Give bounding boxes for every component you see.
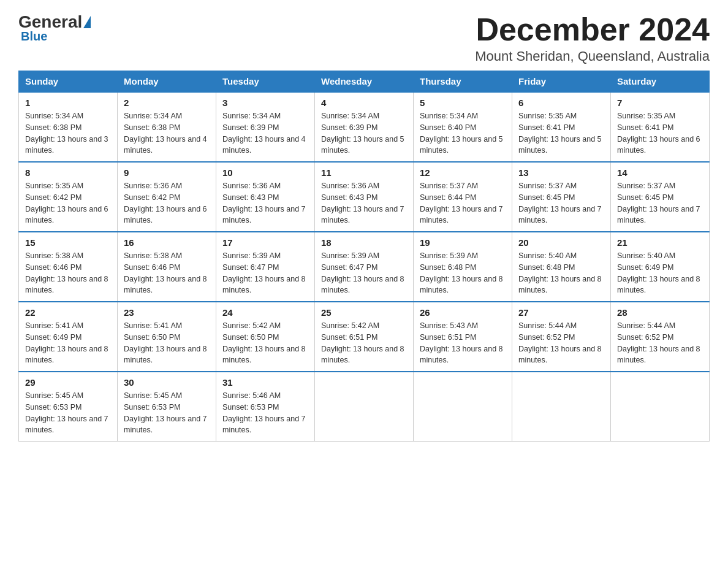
calendar-cell [315,372,414,442]
day-info: Sunrise: 5:38 AMSunset: 6:46 PMDaylight:… [124,250,210,296]
day-number: 24 [222,307,308,318]
calendar-cell [414,372,512,442]
day-info: Sunrise: 5:46 AMSunset: 6:53 PMDaylight:… [222,390,308,436]
weekday-header-tuesday: Tuesday [216,71,315,93]
calendar-cell [512,372,611,442]
day-number: 25 [321,307,407,318]
day-info: Sunrise: 5:35 AMSunset: 6:42 PMDaylight:… [25,180,111,226]
day-number: 31 [222,377,308,388]
title-area: December 2024 Mount Sheridan, Queensland… [475,12,710,64]
day-number: 30 [124,377,210,388]
day-number: 23 [124,307,210,318]
day-number: 6 [518,98,604,108]
week-row-5: 29 Sunrise: 5:45 AMSunset: 6:53 PMDaylig… [19,372,710,442]
day-number: 4 [321,98,407,108]
weekday-header-row: SundayMondayTuesdayWednesdayThursdayFrid… [19,71,710,93]
day-info: Sunrise: 5:44 AMSunset: 6:52 PMDaylight:… [518,320,604,366]
calendar-cell: 30 Sunrise: 5:45 AMSunset: 6:53 PMDaylig… [118,372,216,442]
page-header: General Blue December 2024 Mount Sherida… [18,12,710,64]
day-info: Sunrise: 5:45 AMSunset: 6:53 PMDaylight:… [124,390,210,436]
day-info: Sunrise: 5:39 AMSunset: 6:47 PMDaylight:… [222,250,308,296]
calendar-cell: 25 Sunrise: 5:42 AMSunset: 6:51 PMDaylig… [315,302,414,372]
day-info: Sunrise: 5:44 AMSunset: 6:52 PMDaylight:… [617,320,703,366]
calendar-cell: 27 Sunrise: 5:44 AMSunset: 6:52 PMDaylig… [512,302,611,372]
weekday-header-monday: Monday [118,71,216,93]
day-info: Sunrise: 5:34 AMSunset: 6:38 PMDaylight:… [124,110,210,156]
week-row-2: 8 Sunrise: 5:35 AMSunset: 6:42 PMDayligh… [19,162,710,232]
day-number: 3 [222,98,308,108]
location-title: Mount Sheridan, Queensland, Australia [475,48,710,64]
calendar-cell: 16 Sunrise: 5:38 AMSunset: 6:46 PMDaylig… [118,232,216,302]
day-info: Sunrise: 5:42 AMSunset: 6:50 PMDaylight:… [222,320,308,366]
day-info: Sunrise: 5:34 AMSunset: 6:38 PMDaylight:… [25,110,111,156]
day-number: 16 [124,237,210,248]
logo-triangle-icon [83,16,91,28]
calendar-cell: 23 Sunrise: 5:41 AMSunset: 6:50 PMDaylig… [118,302,216,372]
calendar-cell: 28 Sunrise: 5:44 AMSunset: 6:52 PMDaylig… [611,302,710,372]
day-info: Sunrise: 5:37 AMSunset: 6:44 PMDaylight:… [420,180,506,226]
calendar-cell: 29 Sunrise: 5:45 AMSunset: 6:53 PMDaylig… [19,372,118,442]
day-info: Sunrise: 5:40 AMSunset: 6:49 PMDaylight:… [617,250,703,296]
logo-blue-text: Blue [18,29,47,44]
day-info: Sunrise: 5:36 AMSunset: 6:43 PMDaylight:… [321,180,407,226]
day-number: 13 [518,167,604,178]
day-info: Sunrise: 5:34 AMSunset: 6:39 PMDaylight:… [321,110,407,156]
weekday-header-thursday: Thursday [414,71,512,93]
calendar-cell: 4 Sunrise: 5:34 AMSunset: 6:39 PMDayligh… [315,92,414,162]
day-number: 19 [420,237,506,248]
calendar-cell: 11 Sunrise: 5:36 AMSunset: 6:43 PMDaylig… [315,162,414,232]
day-number: 14 [617,167,703,178]
day-number: 8 [25,167,111,178]
weekday-header-friday: Friday [512,71,611,93]
calendar-cell: 7 Sunrise: 5:35 AMSunset: 6:41 PMDayligh… [611,92,710,162]
day-number: 18 [321,237,407,248]
day-number: 20 [518,237,604,248]
day-info: Sunrise: 5:37 AMSunset: 6:45 PMDaylight:… [617,180,703,226]
calendar-cell: 17 Sunrise: 5:39 AMSunset: 6:47 PMDaylig… [216,232,315,302]
day-number: 11 [321,167,407,178]
week-row-1: 1 Sunrise: 5:34 AMSunset: 6:38 PMDayligh… [19,92,710,162]
day-info: Sunrise: 5:35 AMSunset: 6:41 PMDaylight:… [617,110,703,156]
calendar-cell: 10 Sunrise: 5:36 AMSunset: 6:43 PMDaylig… [216,162,315,232]
calendar-cell: 19 Sunrise: 5:39 AMSunset: 6:48 PMDaylig… [414,232,512,302]
day-info: Sunrise: 5:39 AMSunset: 6:48 PMDaylight:… [420,250,506,296]
day-number: 22 [25,307,111,318]
calendar-cell: 6 Sunrise: 5:35 AMSunset: 6:41 PMDayligh… [512,92,611,162]
calendar-cell: 31 Sunrise: 5:46 AMSunset: 6:53 PMDaylig… [216,372,315,442]
day-info: Sunrise: 5:45 AMSunset: 6:53 PMDaylight:… [25,390,111,436]
calendar-cell [611,372,710,442]
day-info: Sunrise: 5:40 AMSunset: 6:48 PMDaylight:… [518,250,604,296]
day-number: 29 [25,377,111,388]
calendar-cell: 26 Sunrise: 5:43 AMSunset: 6:51 PMDaylig… [414,302,512,372]
day-number: 15 [25,237,111,248]
day-number: 7 [617,98,703,108]
weekday-header-saturday: Saturday [611,71,710,93]
day-info: Sunrise: 5:35 AMSunset: 6:41 PMDaylight:… [518,110,604,156]
day-number: 27 [518,307,604,318]
calendar-cell: 18 Sunrise: 5:39 AMSunset: 6:47 PMDaylig… [315,232,414,302]
day-number: 2 [124,98,210,108]
day-number: 5 [420,98,506,108]
calendar-cell: 24 Sunrise: 5:42 AMSunset: 6:50 PMDaylig… [216,302,315,372]
calendar-cell: 2 Sunrise: 5:34 AMSunset: 6:38 PMDayligh… [118,92,216,162]
day-number: 9 [124,167,210,178]
logo: General Blue [18,12,92,44]
day-info: Sunrise: 5:37 AMSunset: 6:45 PMDaylight:… [518,180,604,226]
month-title: December 2024 [475,12,710,47]
day-info: Sunrise: 5:36 AMSunset: 6:43 PMDaylight:… [222,180,308,226]
calendar-cell: 9 Sunrise: 5:36 AMSunset: 6:42 PMDayligh… [118,162,216,232]
day-info: Sunrise: 5:34 AMSunset: 6:39 PMDaylight:… [222,110,308,156]
calendar-cell: 13 Sunrise: 5:37 AMSunset: 6:45 PMDaylig… [512,162,611,232]
calendar-cell: 1 Sunrise: 5:34 AMSunset: 6:38 PMDayligh… [19,92,118,162]
weekday-header-wednesday: Wednesday [315,71,414,93]
day-number: 10 [222,167,308,178]
weekday-header-sunday: Sunday [19,71,118,93]
calendar-cell: 3 Sunrise: 5:34 AMSunset: 6:39 PMDayligh… [216,92,315,162]
calendar-cell: 21 Sunrise: 5:40 AMSunset: 6:49 PMDaylig… [611,232,710,302]
day-info: Sunrise: 5:38 AMSunset: 6:46 PMDaylight:… [25,250,111,296]
day-info: Sunrise: 5:42 AMSunset: 6:51 PMDaylight:… [321,320,407,366]
calendar-cell: 20 Sunrise: 5:40 AMSunset: 6:48 PMDaylig… [512,232,611,302]
calendar-table: SundayMondayTuesdayWednesdayThursdayFrid… [18,71,710,442]
week-row-3: 15 Sunrise: 5:38 AMSunset: 6:46 PMDaylig… [19,232,710,302]
day-number: 28 [617,307,703,318]
